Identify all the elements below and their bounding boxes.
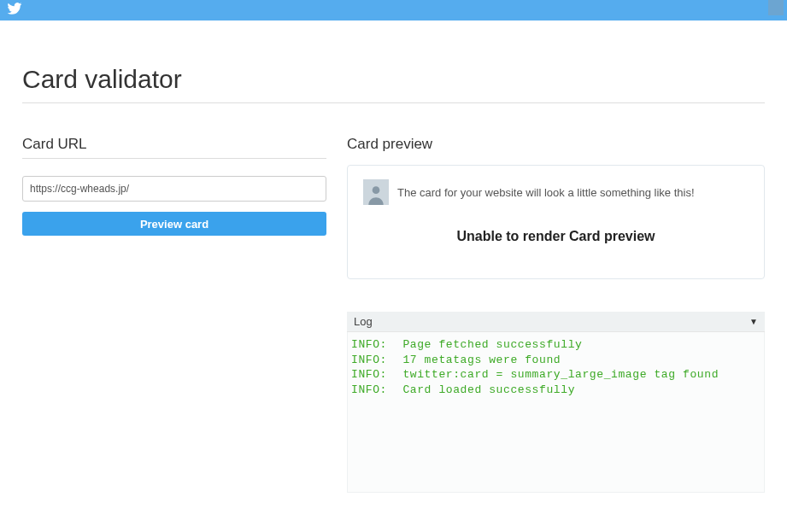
chevron-down-icon: ▼ [749,317,758,326]
log-body: INFO: Page fetched successfullyINFO: 17 … [347,332,765,493]
card-url-input[interactable] [22,176,326,202]
preview-error-text: Unable to render Card preview [363,229,749,244]
log-line: INFO: 17 metatags were found [351,353,761,368]
svg-point-0 [373,186,380,194]
log-header[interactable]: Log ▼ [347,312,765,332]
card-preview-label: Card preview [347,136,765,158]
preview-card-button[interactable]: Preview card [22,212,326,236]
top-nav-bar [0,0,787,20]
card-url-label: Card URL [22,136,326,159]
topbar-right-icon [768,0,784,15]
page-title: Card validator [22,65,765,103]
avatar-placeholder-icon [363,179,389,205]
card-preview-box: The card for your website will look a li… [347,165,765,279]
log-line: INFO: Card loaded successfully [351,383,761,398]
log-line: INFO: twitter:card = summary_large_image… [351,367,761,383]
log-label: Log [354,315,373,328]
twitter-bird-icon [7,3,22,18]
preview-hint-text: The card for your website will look a li… [397,186,695,199]
log-line: INFO: Page fetched successfully [351,337,761,353]
